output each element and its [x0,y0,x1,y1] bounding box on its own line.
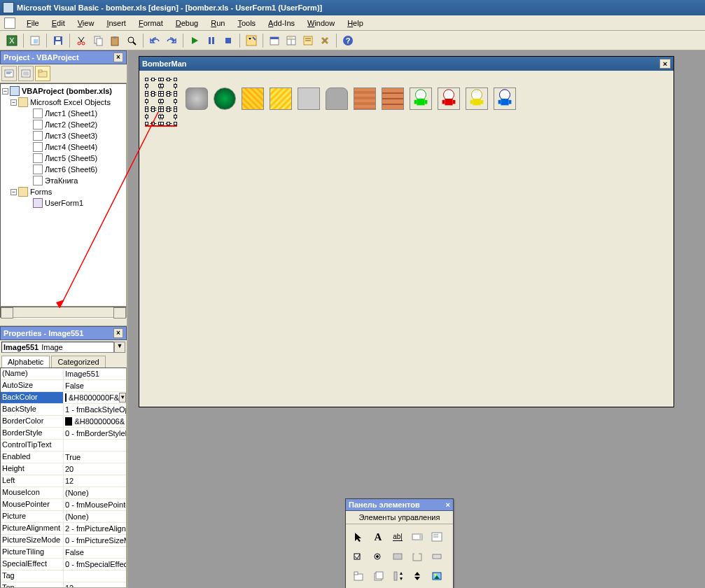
close-icon[interactable]: × [113,52,123,62]
sprite-brick[interactable] [382,88,404,110]
close-icon[interactable]: × [446,500,450,509]
forms-folder[interactable]: Forms [30,188,52,196]
property-row[interactable]: MouseIcon(None) [1,487,126,499]
sprite-fire2[interactable] [270,88,292,110]
sprite-player-yellow[interactable] [466,88,488,110]
collapse-icon[interactable]: − [11,99,17,106]
tool-multipage[interactable] [370,568,386,584]
menu-help[interactable]: Help [342,18,369,29]
userform-node[interactable]: UserForm1 [45,199,83,207]
property-row[interactable]: PictureSizeMode0 - fmPictureSizeModeClip [1,535,126,547]
property-row[interactable]: AutoSizeFalse [1,380,126,392]
cut-button[interactable] [74,33,89,48]
sprite-bomb[interactable] [214,88,236,110]
tool-select[interactable] [350,528,367,545]
toolbox-window[interactable]: Панель элементов × Элементы управления A… [345,498,454,588]
sprite-player-green[interactable] [410,88,432,110]
collapse-icon[interactable]: − [11,189,17,195]
property-row[interactable]: MousePointer0 - fmMousePointerDefault [1,499,126,511]
paste-button[interactable] [107,33,123,48]
sprite-fire[interactable] [242,88,264,110]
property-row[interactable]: BorderStyle0 - fmBorderStyleNone [1,428,126,440]
property-row[interactable]: PictureTilingFalse [1,547,126,559]
tab-alphabetic[interactable]: Alphabetic [1,356,50,368]
property-row[interactable]: SpecialEffect0 - fmSpecialEffectFlat [1,559,126,570]
excel-objects-folder[interactable]: Microsoft Excel Objects [30,98,111,106]
menu-window[interactable]: Window [302,18,340,29]
tool-frame[interactable] [409,548,426,565]
vbaproject-node[interactable]: VBAProject (bomber.xls) [22,87,112,95]
project-hscroll[interactable] [0,307,127,318]
property-row[interactable]: BackStyle1 - fmBackStyleOpaque [1,404,126,416]
tool-listbox[interactable] [428,528,445,545]
tool-commandbutton[interactable] [428,548,445,565]
property-row[interactable]: Top12 [1,582,126,588]
project-explorer-button[interactable] [267,33,282,48]
tool-label[interactable]: A [370,528,386,545]
project-tree[interactable]: −VBAProject (bomber.xls) −Microsoft Exce… [0,83,127,307]
excel-icon[interactable] [4,18,15,29]
menu-file[interactable]: File [21,18,45,29]
sprite-block[interactable] [186,88,208,110]
property-row[interactable]: EnabledTrue [1,451,126,463]
redo-button[interactable] [164,33,179,48]
collapse-icon[interactable]: − [2,88,8,94]
toolbox-button[interactable] [317,33,333,48]
sprite-empty[interactable] [298,88,320,110]
property-row[interactable]: (Name)Image551 [1,368,126,380]
sprite-dirt[interactable] [354,88,376,110]
property-row[interactable]: PictureAlignment2 - fmPictureAlignmentCe… [1,523,126,535]
toolbox-titlebar[interactable]: Панель элементов × [346,499,453,511]
view-object-button[interactable] [18,66,34,81]
menu-edit[interactable]: Edit [46,18,71,29]
save-button[interactable] [50,33,66,48]
property-row[interactable]: BorderColor&H80000006& [1,416,126,428]
menu-format[interactable]: Format [133,18,169,29]
sprite-player-blue[interactable] [494,88,516,110]
tool-tabstrip[interactable] [350,568,367,584]
image-control[interactable] [146,79,160,93]
image-control[interactable] [146,94,160,108]
toolbox-tab[interactable]: Элементы управления [346,511,453,524]
image-control[interactable] [162,110,176,124]
sheet-node[interactable]: Лист5 (Sheet5) [45,154,97,162]
properties-grid[interactable]: (Name)Image551AutoSizeFalseBackColor&H80… [0,368,127,588]
tool-togglebutton[interactable] [389,548,406,565]
menu-debug[interactable]: Debug [170,18,204,29]
object-selector[interactable]: Image551 Image [1,342,114,353]
run-button[interactable] [187,33,202,48]
toggle-folders-button[interactable] [35,66,50,81]
sheet-node[interactable]: Лист3 (Sheet3) [45,132,97,140]
image-control[interactable] [162,94,176,108]
tool-textbox[interactable]: ab| [389,528,406,545]
undo-button[interactable] [147,33,162,48]
property-row[interactable]: Left12 [1,475,126,487]
break-button[interactable] [204,33,219,48]
userform-window[interactable]: BomberMan × [139,56,674,407]
menu-run[interactable]: Run [205,18,230,29]
sprite-grave[interactable] [326,88,348,110]
menu-addins[interactable]: Add-Ins [263,18,300,29]
sheet-node[interactable]: Лист6 (Sheet6) [45,165,97,174]
workbook-node[interactable]: ЭтаКнига [45,176,78,185]
property-row[interactable]: Height20 [1,463,126,475]
menu-insert[interactable]: Insert [101,18,132,29]
chevron-down-icon[interactable]: ▼ [114,342,125,353]
tool-image[interactable] [428,568,445,584]
userform-titlebar[interactable]: BomberMan × [139,57,673,71]
design-surface[interactable]: BomberMan × [128,50,705,588]
sheet-node[interactable]: Лист2 (Sheet2) [45,120,97,129]
property-row[interactable]: Picture(None) [1,511,126,523]
sheet-node[interactable]: Лист4 (Sheet4) [45,143,97,151]
tool-checkbox[interactable] [350,548,367,565]
find-button[interactable] [124,33,139,48]
menu-tools[interactable]: Tools [232,18,261,29]
image-control[interactable] [162,79,176,93]
insert-button[interactable] [27,33,43,48]
design-mode-button[interactable] [244,33,259,48]
tool-optionbutton[interactable] [370,548,386,565]
reset-button[interactable] [221,33,236,48]
object-browser-button[interactable] [300,33,316,48]
sheet-node[interactable]: Лист1 (Sheet1) [45,109,97,118]
userform-body[interactable] [139,71,673,407]
